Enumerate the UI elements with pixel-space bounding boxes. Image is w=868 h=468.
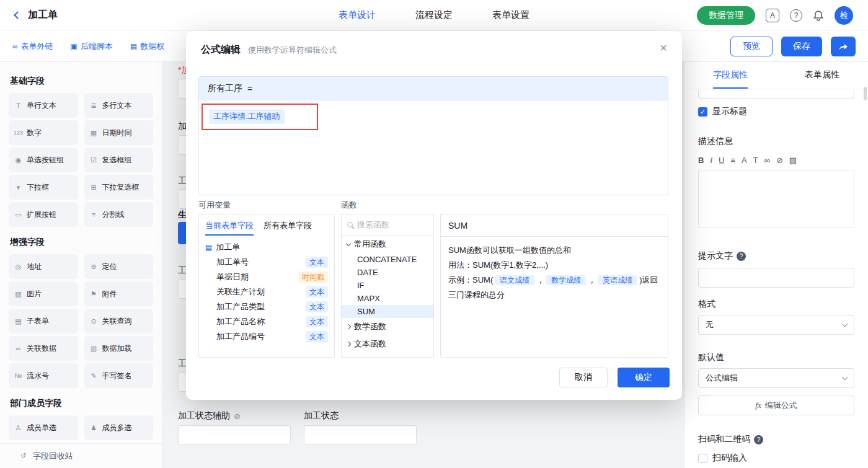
function-item-if[interactable]: IF — [342, 279, 433, 292]
function-detail-panel: SUM SUM函数可以获取一组数值的总和 用法：SUM(数字1,数字2,...)… — [440, 214, 668, 358]
data-permission-link[interactable]: ▤数据权 — [130, 41, 164, 52]
formula-edit-modal: 公式编辑 使用数学运算符编辑公式 × 所有工序 = 工序详情.工序辅助 可用变量… — [186, 31, 682, 400]
field-item-divider[interactable]: ≡分割线 — [84, 202, 154, 227]
avatar[interactable]: 检 — [835, 6, 853, 25]
description-editor[interactable] — [698, 170, 854, 228]
field-item-serial-number[interactable]: №流水号 — [9, 363, 78, 388]
variable-row[interactable]: 加工产品编号文本 — [199, 329, 334, 344]
field-item-signature[interactable]: ✎手写签名 — [84, 363, 154, 388]
tab-flow-settings[interactable]: 流程设定 — [415, 9, 453, 21]
edit-formula-button[interactable]: fx 编辑公式 — [698, 395, 854, 415]
show-title-checkbox[interactable] — [698, 107, 707, 117]
field-item-label: 单选按钮组 — [27, 155, 64, 166]
font-color-icon[interactable]: A — [742, 156, 747, 165]
data-manage-button[interactable]: 数据管理 — [697, 6, 755, 25]
tab-current-form-fields[interactable]: 当前表单字段 — [205, 220, 254, 236]
qr-label: 扫码和二维码 — [698, 434, 750, 445]
status-helper-input[interactable] — [178, 425, 291, 445]
field-item-member-multi[interactable]: ♟成员多选 — [84, 415, 154, 440]
formula-expression[interactable]: 工序详情.工序辅助 — [209, 109, 285, 124]
help-icon[interactable]: ? — [790, 9, 802, 22]
align-icon[interactable]: ≡ — [730, 156, 735, 165]
field-item-related-data[interactable]: ∞关联数据 — [9, 336, 78, 361]
field-item-multi-line-text[interactable]: ≣多行文本 — [84, 93, 154, 118]
format-select[interactable]: 无 — [698, 315, 854, 335]
tab-form-settings[interactable]: 表单设置 — [492, 9, 529, 21]
preview-button[interactable]: 预览 — [730, 37, 773, 56]
link-icon[interactable]: ∞ — [764, 156, 770, 165]
notification-bell-icon[interactable] — [813, 10, 824, 21]
tab-form-properties[interactable]: 表单属性 — [805, 62, 839, 89]
field-item-related-query[interactable]: ⊙关联查询 — [84, 309, 154, 333]
function-item-mapx[interactable]: MAPX — [342, 292, 433, 305]
field-item-image[interactable]: ▧图片 — [9, 281, 78, 306]
function-item-date[interactable]: DATE — [342, 266, 433, 279]
variables-section-label: 可用变量 — [198, 200, 231, 211]
tab-form-design[interactable]: 表单设计 — [339, 9, 376, 21]
hint-input[interactable] — [698, 268, 854, 288]
backend-script-link[interactable]: ▣后端脚本 — [71, 41, 113, 52]
qr-help-icon[interactable]: ? — [754, 435, 763, 444]
underline-icon[interactable]: U — [719, 156, 724, 165]
confirm-button[interactable]: 确定 — [618, 368, 670, 387]
variables-tree-root[interactable]: ▤ 加工单 — [199, 238, 334, 255]
function-group-text[interactable]: 文本函数 — [342, 335, 433, 353]
function-item-concatenate[interactable]: CONCATENATE — [342, 253, 433, 266]
field-item-datetime[interactable]: ▦日期时间 — [84, 120, 154, 145]
back-button[interactable] — [15, 12, 20, 18]
status-helper-field-label: 加工状态辅助 ⊘ — [178, 410, 241, 422]
field-item-number[interactable]: 123数字 — [9, 120, 78, 145]
modal-header: 公式编辑 使用数学运算符编辑公式 — [186, 31, 682, 56]
field-item-label: 子表单 — [27, 316, 49, 327]
type-badge: 文本 — [306, 286, 328, 298]
variable-row[interactable]: 关联生产计划文本 — [199, 285, 334, 299]
field-item-member-single[interactable]: ♙成员单选 — [9, 415, 78, 440]
tab-field-properties[interactable]: 字段属性 — [713, 62, 748, 89]
hint-help-icon[interactable]: ? — [737, 252, 746, 261]
variable-row[interactable]: 加工产品名称文本 — [199, 314, 334, 329]
unlink-icon[interactable]: ⊘ — [776, 156, 783, 165]
field-item-data-load[interactable]: ▥数据加载 — [84, 336, 154, 361]
default-value-select[interactable]: 公式编辑 — [698, 368, 854, 388]
scrollbar-thumb[interactable] — [864, 87, 867, 100]
form-external-link[interactable]: ∞表单外链 — [12, 41, 53, 52]
formula-editor[interactable]: 所有工序 = 工序详情.工序辅助 — [198, 76, 668, 195]
language-icon[interactable]: A — [766, 9, 779, 22]
function-group-common[interactable]: 常用函数 — [342, 236, 433, 253]
field-item-single-line-text[interactable]: T单行文本 — [9, 93, 78, 118]
function-search[interactable]: 搜索函数 — [342, 214, 433, 236]
italic-icon[interactable]: I — [710, 156, 712, 165]
field-item-dropdown[interactable]: ▾下拉框 — [9, 175, 78, 200]
function-group-math[interactable]: 数学函数 — [342, 318, 433, 335]
variable-row[interactable]: 加工产品类型文本 — [199, 299, 334, 314]
properties-tabs: 字段属性 表单属性 — [684, 62, 868, 89]
bold-icon[interactable]: B — [698, 156, 704, 165]
field-recycle-bin[interactable]: ↺ 字段回收站 — [0, 443, 162, 468]
field-item-subform[interactable]: ▤子表单 — [9, 309, 78, 333]
toolbar-actions: 预览 保存 — [730, 37, 856, 56]
formula-editor-body[interactable]: 工序详情.工序辅助 — [199, 100, 668, 133]
close-icon[interactable]: × — [660, 41, 667, 55]
field-item-dropdown-multi[interactable]: ⊞下拉复选框 — [84, 175, 154, 200]
variable-row[interactable]: 加工单号文本 — [199, 255, 334, 270]
cancel-button[interactable]: 取消 — [559, 368, 608, 387]
properties-body: 显示标题 描述信息 B I U ≡ A T ∞ ⊘ ▨ 提示文字 ? — [684, 91, 868, 464]
insert-image-icon[interactable]: ▨ — [789, 156, 797, 165]
share-button[interactable] — [831, 37, 856, 56]
formula-expression-wrap: 工序详情.工序辅助 — [209, 109, 285, 124]
field-item-extend-button[interactable]: ▭扩展按钮 — [9, 202, 78, 227]
function-item-sum[interactable]: SUM — [342, 305, 433, 318]
field-item-radio-group[interactable]: ◉单选按钮组 — [9, 148, 78, 172]
scan-input-checkbox[interactable] — [698, 454, 707, 463]
save-button[interactable]: 保存 — [781, 37, 822, 56]
field-item-address[interactable]: ◎地址 — [9, 254, 78, 279]
status-input[interactable] — [304, 425, 417, 445]
example-arg: 数学成绩 — [546, 275, 586, 285]
field-item-location[interactable]: ⊕定位 — [84, 254, 154, 279]
field-item-attachment[interactable]: ⚑附件 — [84, 281, 154, 306]
tab-all-form-fields[interactable]: 所有表单字段 — [264, 220, 312, 236]
field-item-checkbox-group[interactable]: ☑复选框组 — [84, 148, 154, 172]
font-size-icon[interactable]: T — [753, 156, 758, 165]
variable-row[interactable]: 单据日期时间戳 — [199, 270, 334, 285]
search-icon — [347, 222, 353, 227]
